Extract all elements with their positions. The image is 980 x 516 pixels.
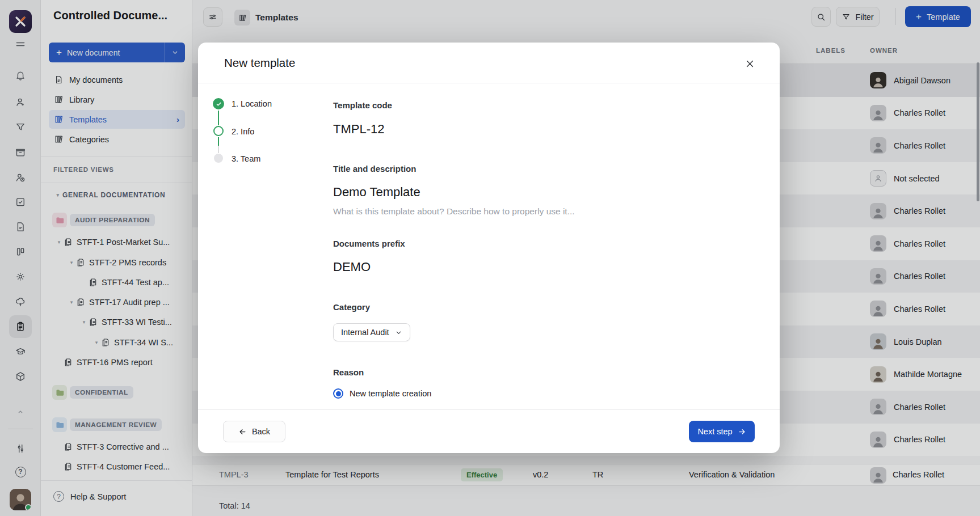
- reason-option-label: New template creation: [350, 389, 431, 398]
- category-select[interactable]: Internal Audit: [333, 323, 410, 341]
- arrow-left-icon: [238, 428, 247, 436]
- step-connector: [218, 111, 219, 125]
- step-3-indicator-todo: [214, 154, 223, 163]
- step-1-label[interactable]: 1. Location: [232, 99, 272, 108]
- check-icon: [216, 101, 222, 107]
- arrow-right-icon: [738, 428, 746, 436]
- documents-prefix-input[interactable]: DEMO: [333, 260, 371, 274]
- new-template-modal: New template 1. Location 2. Info 3. Team…: [198, 43, 780, 453]
- description-input-placeholder[interactable]: What is this template about? Describe ho…: [333, 206, 575, 217]
- chevron-down-icon: [395, 329, 402, 336]
- back-button[interactable]: Back: [223, 421, 285, 442]
- reason-option-row[interactable]: New template creation: [333, 388, 431, 399]
- radio-selected[interactable]: [333, 388, 343, 399]
- title-input[interactable]: Demo Template: [333, 185, 420, 200]
- template-code-label: Template code: [333, 100, 392, 110]
- documents-prefix-label: Documents prefix: [333, 239, 405, 248]
- next-step-button[interactable]: Next step: [689, 421, 755, 442]
- modal-footer: Back Next step: [198, 409, 780, 453]
- modal-title: New template: [224, 56, 295, 70]
- step-connector: [218, 137, 219, 153]
- title-description-label: Title and description: [333, 164, 416, 174]
- step-2-label[interactable]: 2. Info: [232, 127, 254, 136]
- reason-label: Reason: [333, 367, 364, 377]
- template-code-value[interactable]: TMPL-12: [333, 122, 384, 137]
- modal-header: New template: [198, 43, 780, 83]
- step-1-indicator-done: [213, 98, 224, 109]
- category-label: Category: [333, 302, 370, 312]
- step-3-label[interactable]: 3. Team: [232, 154, 260, 163]
- close-button[interactable]: [741, 55, 758, 72]
- close-icon: [745, 59, 755, 69]
- step-2-indicator-current: [213, 126, 224, 136]
